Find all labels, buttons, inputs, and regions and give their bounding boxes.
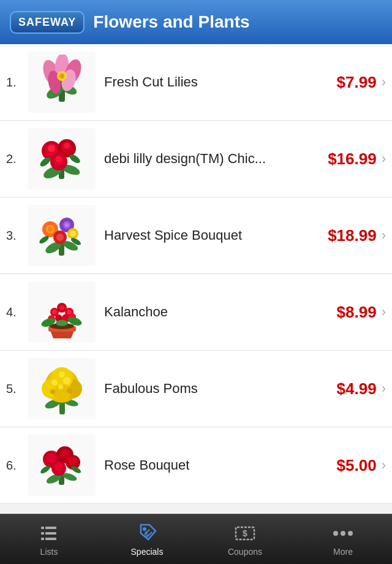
tab-more-label: More [333, 547, 353, 557]
item-price: $8.99 [337, 303, 377, 322]
svg-point-32 [65, 223, 69, 227]
svg-point-64 [58, 384, 63, 389]
svg-rect-82 [45, 532, 56, 535]
list-item[interactable]: 3. [0, 197, 392, 274]
item-number: 3. [6, 229, 28, 243]
svg-rect-86 [41, 538, 44, 540]
specials-icon: $ [136, 522, 158, 544]
item-image [28, 358, 96, 419]
svg-point-63 [63, 377, 70, 384]
lists-icon [38, 522, 60, 544]
svg-point-78 [55, 463, 63, 471]
item-name: Fabulous Poms [104, 380, 337, 398]
item-name: Kalanchoe [104, 303, 337, 321]
svg-point-72 [47, 453, 56, 463]
svg-point-93 [348, 531, 353, 536]
list-item[interactable]: 2. [0, 121, 392, 197]
svg-point-15 [48, 145, 55, 152]
tab-lists[interactable]: Lists [0, 514, 98, 564]
price-chevron: $5.00 › [337, 456, 386, 475]
svg-point-44 [59, 305, 64, 310]
more-icon [332, 522, 354, 544]
list-item[interactable]: 5. Fabulous [0, 351, 392, 427]
page-title: Flowers and Plants [93, 12, 249, 32]
svg-point-53 [56, 320, 68, 326]
svg-point-34 [56, 234, 64, 241]
chevron-right-icon: › [382, 151, 386, 167]
svg-point-67 [59, 372, 65, 378]
svg-text:$: $ [145, 531, 148, 538]
svg-point-42 [52, 310, 57, 314]
svg-point-21 [56, 156, 62, 162]
svg-point-76 [69, 457, 77, 465]
item-number: 5. [6, 382, 28, 396]
price-chevron: $7.99 › [337, 73, 386, 92]
tab-specials-label: Specials [131, 547, 164, 557]
tab-more[interactable]: More [294, 514, 392, 564]
price-chevron: $8.99 › [337, 303, 386, 322]
list-item[interactable]: 1. Fresh Cut Lilies $7.99 › [0, 44, 392, 121]
item-image [28, 205, 96, 266]
list-item[interactable]: 4. [0, 274, 392, 351]
tab-bar: Lists $ Specials $ Coupons [0, 514, 392, 564]
item-price: $5.00 [337, 456, 377, 475]
item-name: Fresh Cut Lilies [104, 74, 337, 91]
chevron-right-icon: › [382, 381, 386, 397]
item-price: $7.99 [337, 73, 377, 92]
app-header: SAFEWAY Flowers and Plants [0, 0, 392, 44]
price-chevron: $4.99 › [337, 379, 386, 398]
price-chevron: $18.99 › [328, 226, 386, 245]
item-image [28, 51, 96, 113]
svg-point-92 [341, 531, 345, 536]
item-image [28, 435, 96, 496]
tab-lists-label: Lists [40, 547, 58, 557]
item-name: Harvest Spice Bouquet [104, 227, 328, 245]
svg-rect-81 [45, 527, 56, 529]
item-number: 4. [6, 305, 28, 319]
coupons-icon: $ [234, 522, 256, 544]
tab-coupons-label: Coupons [228, 547, 262, 557]
item-price: $4.99 [337, 379, 377, 398]
item-number: 2. [6, 152, 28, 166]
svg-point-62 [51, 379, 58, 386]
svg-point-66 [50, 389, 55, 394]
svg-point-36 [70, 231, 76, 237]
svg-text:$: $ [243, 528, 247, 538]
chevron-right-icon: › [382, 457, 386, 473]
list-item[interactable]: 6. Rose Bouquet [0, 427, 392, 504]
svg-rect-83 [45, 538, 56, 540]
chevron-right-icon: › [382, 74, 386, 90]
item-number: 1. [6, 75, 28, 90]
svg-point-65 [67, 387, 73, 394]
price-chevron: $16.99 › [328, 150, 386, 169]
tab-coupons[interactable]: $ Coupons [196, 514, 294, 564]
svg-point-9 [59, 74, 64, 78]
item-name: debi lilly design(TM) Chic... [104, 150, 328, 168]
item-price: $18.99 [328, 226, 377, 245]
svg-point-91 [333, 531, 338, 536]
product-list: 1. Fresh Cut Lilies $7.99 › [0, 44, 392, 514]
svg-rect-84 [41, 527, 44, 529]
item-image [28, 281, 96, 343]
item-price: $16.99 [328, 150, 377, 169]
item-image [28, 128, 96, 189]
item-name: Rose Bouquet [104, 457, 337, 474]
item-number: 6. [6, 459, 28, 473]
svg-point-29 [48, 227, 53, 232]
chevron-right-icon: › [382, 227, 386, 243]
tab-specials[interactable]: $ Specials [98, 514, 196, 564]
svg-rect-85 [41, 532, 44, 535]
safeway-badge: SAFEWAY [10, 11, 85, 34]
svg-point-18 [64, 143, 70, 149]
chevron-right-icon: › [382, 304, 386, 320]
